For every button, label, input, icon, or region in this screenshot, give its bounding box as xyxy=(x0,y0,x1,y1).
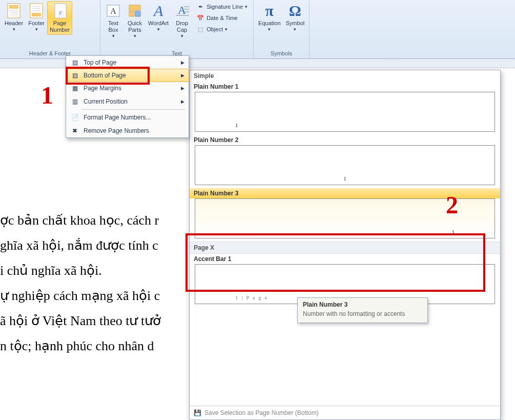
text-box-button[interactable]: A Text Box ▾ xyxy=(102,1,124,40)
wordart-button[interactable]: A WordArt ▾ xyxy=(146,1,171,40)
svg-text:#: # xyxy=(59,10,62,16)
current-position-icon: ▥ xyxy=(69,98,80,105)
svg-rect-1 xyxy=(9,5,18,9)
signature-label: Signature Line xyxy=(207,4,243,10)
chevron-down-icon: ▾ xyxy=(268,27,271,32)
chevron-down-icon: ▾ xyxy=(245,4,248,9)
wordart-label: WordArt xyxy=(148,20,169,27)
save-icon: 💾 xyxy=(194,409,201,416)
object-label: Object xyxy=(207,26,223,32)
date-time-label: Date & Time xyxy=(207,15,238,21)
page-number-button[interactable]: # Page Number xyxy=(47,1,72,35)
svg-rect-15 xyxy=(129,5,140,10)
gallery-item-accent-bar-1[interactable]: Accent Bar 1 1 | P a g e xyxy=(190,254,500,304)
tooltip: Plain Number 3 Number with no formatting… xyxy=(297,297,428,323)
chevron-down-icon: ▾ xyxy=(181,33,183,38)
object-icon: ⬚ xyxy=(196,25,204,33)
page-number-icon: # xyxy=(52,3,68,19)
submenu-arrow-icon: ▶ xyxy=(181,73,184,78)
page-top-icon: ▤ xyxy=(69,59,80,66)
menu-label: Remove Page Numbers xyxy=(84,127,149,134)
footer-label: Footer xyxy=(28,20,45,27)
chevron-down-icon: ▾ xyxy=(13,27,15,32)
footer-icon xyxy=(28,3,45,19)
menu-separator xyxy=(81,109,186,110)
page-number-menu: ▤ Top of Page ▶ ▤ Bottom of Page ▶ ▦ Pag… xyxy=(66,55,189,138)
submenu-arrow-icon: ▶ xyxy=(181,99,184,104)
format-icon: 📄 xyxy=(69,114,80,121)
gallery-preview: 1 xyxy=(195,92,495,132)
tooltip-title: Plain Number 3 xyxy=(303,301,422,308)
submenu-arrow-icon: ▶ xyxy=(181,86,184,91)
menu-current-position[interactable]: ▥ Current Position ▶ xyxy=(66,95,189,108)
group-symbols: π Equation ▾ Ω Symbol ▾ Symbols xyxy=(254,0,310,58)
menu-page-margins[interactable]: ▦ Page Margins ▶ xyxy=(66,82,189,95)
equation-button[interactable]: π Equation ▾ xyxy=(256,1,283,33)
menu-top-of-page[interactable]: ▤ Top of Page ▶ xyxy=(66,56,189,69)
quick-parts-label: Quick Parts xyxy=(128,20,142,33)
symbol-button[interactable]: Ω Symbol ▾ xyxy=(283,1,307,33)
gallery-save-selection: 💾 Save Selection as Page Number (Bottom) xyxy=(190,406,500,419)
object-button[interactable]: ⬚Object ▾ xyxy=(195,25,249,34)
drop-cap-label: Drop Cap xyxy=(176,20,188,33)
drop-cap-icon: A xyxy=(174,3,190,19)
chevron-down-icon: ▾ xyxy=(157,27,160,32)
symbol-label: Symbol xyxy=(286,20,305,27)
chevron-down-icon: ▾ xyxy=(294,27,296,32)
gallery-item-plain-1[interactable]: Plain Number 1 1 xyxy=(190,82,500,132)
chevron-down-icon: ▾ xyxy=(35,27,38,32)
date-time-icon: 📅 xyxy=(196,14,204,22)
group-label-symbols: Symbols xyxy=(256,49,307,58)
date-time-button[interactable]: 📅Date & Time xyxy=(195,13,249,23)
signature-line-button[interactable]: ✒Signature Line ▾ xyxy=(195,2,249,11)
chevron-down-icon: ▾ xyxy=(112,33,115,38)
signature-icon: ✒ xyxy=(196,3,204,11)
chevron-down-icon: ▾ xyxy=(225,27,228,32)
remove-icon: ✖ xyxy=(69,127,80,134)
header-label: Header xyxy=(5,20,23,27)
gallery-item-title: Plain Number 1 xyxy=(190,82,500,92)
submenu-arrow-icon: ▶ xyxy=(181,60,184,65)
wordart-icon: A xyxy=(150,3,167,19)
group-text: A Text Box ▾ Quick Parts ▾ A WordArt ▾ A… xyxy=(100,0,254,58)
group-header-footer: Header ▾ Footer ▾ # Page Number Header &… xyxy=(0,0,100,58)
svg-rect-6 xyxy=(32,13,41,16)
footer-button[interactable]: Footer ▾ xyxy=(26,1,47,35)
menu-remove-page-numbers[interactable]: ✖ Remove Page Numbers xyxy=(66,124,189,137)
page-margins-icon: ▦ xyxy=(69,85,80,92)
menu-label: Format Page Numbers... xyxy=(84,114,151,121)
text-box-icon: A xyxy=(105,3,121,19)
menu-label: Top of Page xyxy=(84,59,116,66)
svg-rect-16 xyxy=(129,11,134,16)
page-number-label: Page Number xyxy=(50,20,70,33)
annotation-number-2: 2 xyxy=(446,191,458,219)
menu-label: Page Margins xyxy=(84,85,121,92)
doc-line: ự nghiệp cách mạng xã hội c xyxy=(0,283,161,308)
gallery-category-simple: Simple xyxy=(190,70,500,82)
text-box-label: Text Box xyxy=(108,20,118,33)
symbol-icon: Ω xyxy=(287,3,303,19)
svg-text:A: A xyxy=(178,4,186,16)
menu-format-page-numbers[interactable]: 📄 Format Page Numbers... xyxy=(66,111,189,124)
quick-parts-button[interactable]: Quick Parts ▾ xyxy=(124,1,146,40)
page-number-gallery: Simple Plain Number 1 1 Plain Number 2 1… xyxy=(189,70,501,420)
ribbon: Header ▾ Footer ▾ # Page Number Header &… xyxy=(0,0,515,59)
tooltip-body: Number with no formatting or accents xyxy=(303,310,422,317)
gallery-save-label: Save Selection as Page Number (Bottom) xyxy=(204,409,319,416)
gallery-category-pagex: Page X xyxy=(190,242,500,254)
menu-bottom-of-page[interactable]: ▤ Bottom of Page ▶ xyxy=(66,69,189,82)
gallery-item-title: Accent Bar 1 xyxy=(190,254,500,264)
page-bottom-icon: ▤ xyxy=(69,72,80,79)
equation-icon: π xyxy=(261,3,278,19)
gallery-preview: 1 xyxy=(195,145,495,185)
menu-label: Bottom of Page xyxy=(84,72,126,79)
svg-text:A: A xyxy=(110,7,116,15)
doc-line: n tộc; hạnh phúc cho nhân d xyxy=(0,333,161,358)
header-button[interactable]: Header ▾ xyxy=(2,1,26,35)
menu-label: Current Position xyxy=(84,98,128,105)
gallery-item-plain-2[interactable]: Plain Number 2 1 xyxy=(190,135,500,185)
gallery-item-title: Plain Number 2 xyxy=(190,135,500,145)
doc-line: ghĩa xã hội, nắm được tính c xyxy=(0,233,161,258)
chevron-down-icon: ▾ xyxy=(134,33,136,38)
drop-cap-button[interactable]: A Drop Cap ▾ xyxy=(171,1,193,40)
